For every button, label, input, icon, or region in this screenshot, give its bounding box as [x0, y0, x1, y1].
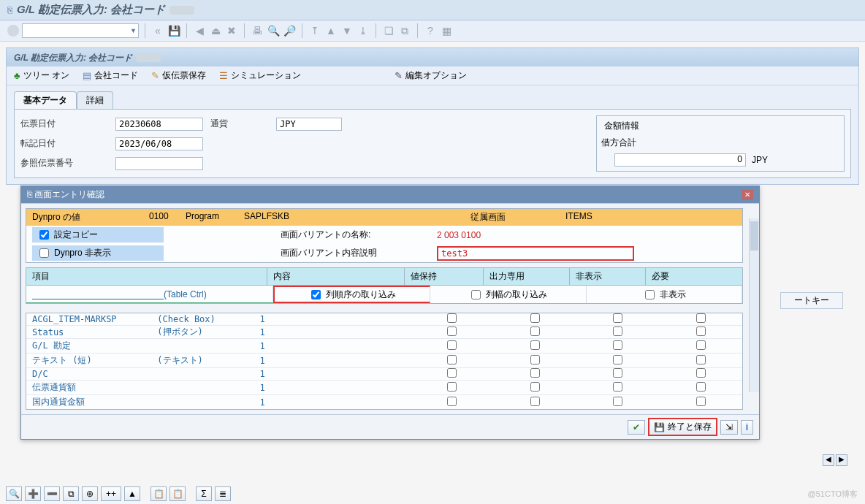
required-checkbox[interactable]	[660, 327, 743, 338]
output-only-checkbox[interactable]	[493, 355, 576, 367]
keep-checkbox[interactable]	[411, 327, 494, 338]
field-config-row: Status(押ボタン)1	[26, 325, 742, 338]
simulate-button[interactable]: ☰シミュレーション	[219, 69, 301, 82]
exit-icon[interactable]: ⏏	[209, 24, 222, 37]
grid-column-header-sortkey: ートキー	[780, 292, 843, 309]
layout-icon[interactable]: ▦	[440, 24, 453, 37]
field-name: テキスト (短)	[26, 354, 157, 367]
output-only-checkbox[interactable]	[493, 340, 576, 352]
scroll-left-icon[interactable]: ◀	[823, 454, 834, 466]
currency-field[interactable]: JPY	[276, 118, 342, 131]
last-page-icon[interactable]: ⤓	[357, 24, 370, 37]
col-item: 項目	[26, 268, 267, 285]
header-form: 伝票日付 20230608 通貨 JPY 転記日付 2023/06/08 参照伝…	[20, 115, 342, 172]
output-only-checkbox[interactable]	[493, 313, 576, 325]
shortcut-icon[interactable]: ⧉	[398, 24, 411, 37]
keep-checkbox[interactable]	[411, 382, 494, 394]
grid-insert-button[interactable]: ➕	[25, 486, 41, 501]
grid-horizontal-scroll[interactable]: ◀ ▶	[823, 454, 847, 466]
field-config-row: 国内通貨金額1	[26, 394, 742, 409]
grid-find-button[interactable]: 🔍	[6, 486, 22, 501]
required-checkbox[interactable]	[660, 355, 743, 367]
prev-page-icon[interactable]: ▲	[324, 24, 338, 37]
find-icon[interactable]: 🔍	[267, 24, 280, 37]
edit-icon: ✎	[395, 70, 403, 81]
keep-checkbox[interactable]	[411, 355, 494, 367]
print-icon[interactable]: 🖶	[251, 24, 264, 37]
variant-name-label: 画面バリアントの名称:	[281, 229, 434, 241]
watermark: @51CTO博客	[808, 489, 858, 500]
next-page-icon[interactable]: ▼	[340, 24, 354, 37]
hide-checkbox[interactable]	[576, 313, 660, 325]
grid-subtotals-button[interactable]: ≣	[215, 486, 231, 501]
dialog-title: 画面エントリ確認	[34, 189, 104, 199]
keep-checkbox[interactable]	[411, 368, 494, 380]
hide-checkbox[interactable]	[576, 327, 660, 338]
tab-basic[interactable]: 基本データ	[14, 91, 77, 109]
grid-append-button[interactable]: ⊕	[82, 486, 98, 501]
debit-total-field: 0	[614, 153, 746, 167]
keep-checkbox[interactable]	[411, 313, 494, 325]
edit-options-button[interactable]: ✎編集オプション	[395, 69, 467, 82]
opt-col-width[interactable]: 列幅の取り込み	[430, 286, 586, 303]
post-date-field[interactable]: 2023/06/08	[115, 137, 203, 150]
ok-indicator-icon[interactable]	[7, 25, 19, 37]
output-only-checkbox[interactable]	[493, 327, 576, 338]
grid-clipboard2-button[interactable]: 📋	[169, 486, 186, 501]
back-icon[interactable]: ◀	[193, 24, 206, 37]
cancel-icon[interactable]: ✖	[225, 24, 238, 37]
app-toolbar: ♣ツリー オン ▤会社コード ✎仮伝票保存 ☰シミュレーション ✎編集オプション	[7, 66, 858, 85]
variant-desc-value[interactable]: test3	[437, 246, 634, 261]
dialog-scrollbar[interactable]	[749, 218, 759, 392]
doc-date-field[interactable]: 20230608	[115, 118, 203, 131]
new-session-icon[interactable]: ❏	[382, 24, 395, 37]
grid-clipboard-button[interactable]: 📋	[150, 486, 167, 501]
hide-checkbox[interactable]	[576, 368, 660, 380]
grid-copy-button[interactable]: ⧉	[63, 486, 79, 501]
col-keep: 値保持	[405, 268, 484, 285]
required-checkbox[interactable]	[660, 382, 743, 394]
keep-checkbox[interactable]	[411, 397, 494, 408]
scroll-right-icon[interactable]: ▶	[836, 454, 847, 466]
hide-checkbox[interactable]	[576, 397, 660, 408]
park-button[interactable]: ✎仮伝票保存	[151, 69, 206, 82]
required-checkbox[interactable]	[660, 397, 743, 408]
output-only-checkbox[interactable]	[493, 382, 576, 394]
nav-back-icon[interactable]: «	[151, 24, 164, 37]
grid-sort-asc-button[interactable]: ▲	[124, 486, 140, 501]
hide-dynpro-checkbox[interactable]: Dynpro 非表示	[32, 245, 164, 261]
grid-append-multi-button[interactable]: ++	[101, 486, 121, 501]
company-code-button[interactable]: ▤会社コード	[83, 69, 138, 82]
find-next-icon[interactable]: 🔎	[283, 24, 296, 37]
hide-checkbox[interactable]	[576, 355, 660, 367]
hide-checkbox[interactable]	[576, 382, 660, 394]
grid-totals-button[interactable]: Σ	[196, 486, 212, 501]
accept-button[interactable]: ✔	[628, 420, 645, 435]
transport-button[interactable]: ⇲	[720, 420, 738, 435]
grid-delete-button[interactable]: ➖	[44, 486, 60, 501]
help-icon[interactable]: ?	[424, 24, 437, 37]
dialog-close-button[interactable]: ✕	[742, 190, 753, 200]
tab-detail[interactable]: 詳細	[77, 91, 113, 109]
field-type: (Check Box)	[157, 314, 245, 324]
opt-hide[interactable]: 非表示	[587, 286, 742, 303]
info-button[interactable]: i	[741, 420, 753, 435]
copy-settings-checkbox[interactable]: 設定コピー	[32, 227, 164, 243]
required-checkbox[interactable]	[660, 368, 743, 380]
exit-and-save-button[interactable]: 💾終了と保存	[648, 418, 717, 436]
ref-doc-field[interactable]	[115, 157, 203, 170]
opt-col-order[interactable]: 列順序の取り込み	[273, 286, 430, 303]
output-only-checkbox[interactable]	[493, 368, 576, 380]
amount-info-title: 金額情報	[601, 120, 642, 132]
save-icon[interactable]: 💾	[167, 24, 180, 37]
field-name: G/L 勘定	[26, 339, 157, 353]
keep-checkbox[interactable]	[411, 340, 494, 352]
output-only-checkbox[interactable]	[493, 397, 576, 408]
first-page-icon[interactable]: ⤒	[308, 24, 321, 37]
required-checkbox[interactable]	[660, 340, 743, 352]
command-field[interactable]: ▼	[22, 23, 139, 38]
required-checkbox[interactable]	[660, 313, 743, 325]
hide-checkbox[interactable]	[576, 340, 660, 352]
tree-on-button[interactable]: ♣ツリー オン	[14, 69, 69, 82]
simulate-icon: ☰	[219, 70, 228, 81]
